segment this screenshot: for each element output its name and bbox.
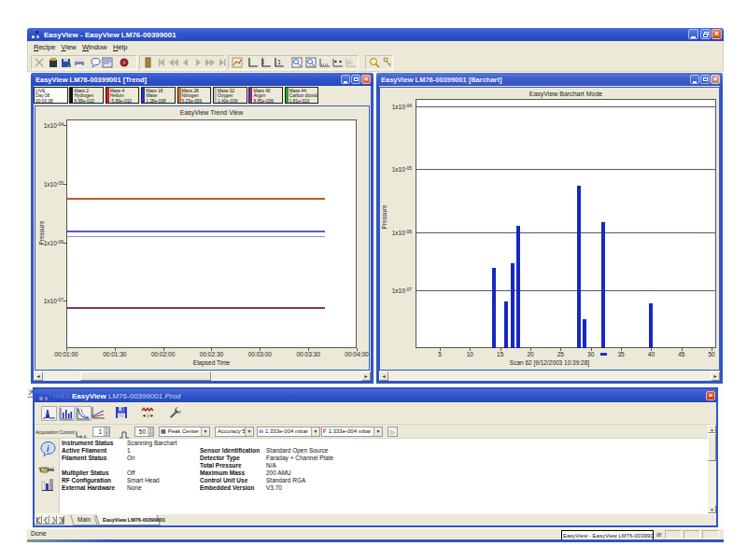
svg-text:1: 1	[277, 59, 281, 65]
